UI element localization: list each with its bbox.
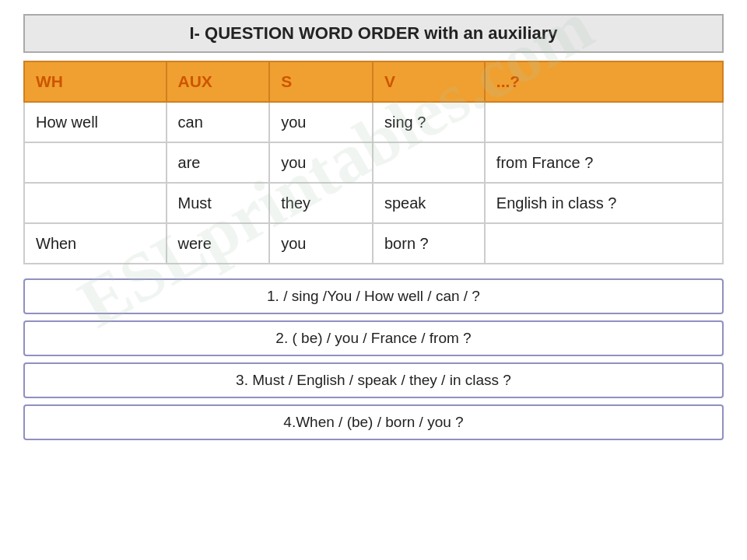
col-header-v: V (373, 61, 485, 102)
table-row: How wellcanyousing ? (24, 102, 723, 142)
exercise-item-4: 4.When / (be) / born / you ? (23, 404, 724, 440)
cell-r0-c4 (485, 102, 723, 142)
exercise-item-2: 2. ( be) / you / France / from ? (23, 320, 724, 356)
table-body: How wellcanyousing ?areyoufrom France ?M… (24, 102, 723, 264)
cell-r1-c1: are (167, 142, 270, 183)
table-row: areyoufrom France ? (24, 142, 723, 183)
cell-r3-c3: born ? (373, 223, 485, 264)
exercise-item-3: 3. Must / English / speak / they / in cl… (23, 362, 724, 398)
cell-r2-c2: they (269, 183, 373, 223)
cell-r2-c4: English in class ? (485, 183, 723, 223)
cell-r2-c3: speak (373, 183, 485, 223)
question-order-table: WH AUX S V ...? How wellcanyousing ?arey… (23, 61, 724, 264)
cell-r0-c3: sing ? (373, 102, 485, 142)
page-title: I- QUESTION WORD ORDER with an auxiliary (23, 14, 724, 53)
cell-r3-c4 (485, 223, 723, 264)
col-header-etc: ...? (485, 61, 723, 102)
col-header-aux: AUX (167, 61, 270, 102)
cell-r1-c0 (24, 142, 167, 183)
cell-r0-c2: you (269, 102, 373, 142)
cell-r0-c1: can (167, 102, 270, 142)
cell-r0-c0: How well (24, 102, 167, 142)
cell-r2-c1: Must (167, 183, 270, 223)
exercise-item-1: 1. / sing /You / How well / can / ? (23, 278, 724, 314)
table-row: Whenwereyouborn ? (24, 223, 723, 264)
exercises-section: 1. / sing /You / How well / can / ?2. ( … (23, 278, 724, 440)
page-wrapper: I- QUESTION WORD ORDER with an auxiliary… (0, 0, 747, 560)
col-header-wh: WH (24, 61, 167, 102)
table-row: MusttheyspeakEnglish in class ? (24, 183, 723, 223)
col-header-s: S (269, 61, 373, 102)
cell-r1-c2: you (269, 142, 373, 183)
cell-r3-c0: When (24, 223, 167, 264)
cell-r1-c4: from France ? (485, 142, 723, 183)
cell-r2-c0 (24, 183, 167, 223)
table-header-row: WH AUX S V ...? (24, 61, 723, 102)
cell-r3-c1: were (167, 223, 270, 264)
cell-r3-c2: you (269, 223, 373, 264)
cell-r1-c3 (373, 142, 485, 183)
